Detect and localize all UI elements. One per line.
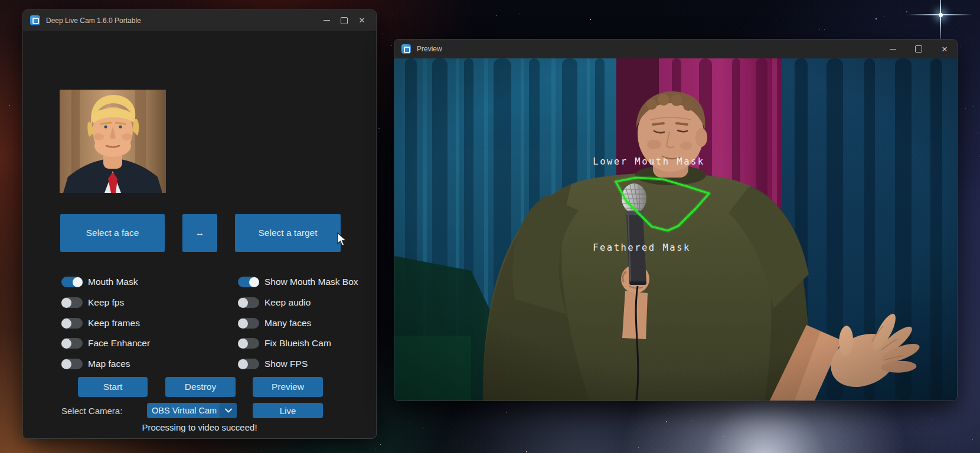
show-fps-toggle[interactable] <box>238 359 259 369</box>
minimize-icon <box>890 49 896 50</box>
preview-titlebar[interactable]: Preview ✕ <box>394 40 957 58</box>
preview-window: Preview ✕ <box>394 39 958 401</box>
preview-video-frame: Lower Mouth Mask Feathered Mask <box>394 58 957 401</box>
minimize-button[interactable] <box>318 12 335 29</box>
toggle-label: Show FPS <box>264 359 308 369</box>
minimize-icon <box>324 20 330 21</box>
toggle-row-keep-audio: Keep audio <box>238 296 311 309</box>
destroy-button[interactable]: Destroy <box>165 377 236 397</box>
maximize-icon <box>341 17 348 24</box>
camera-select-dropdown[interactable]: OBS Virtual Cam <box>147 403 237 418</box>
toggle-label: Show Mouth Mask Box <box>264 277 358 287</box>
close-icon: ✕ <box>359 16 365 25</box>
swap-faces-button[interactable]: ↔ <box>182 214 217 252</box>
select-face-button[interactable]: Select a face <box>60 214 165 252</box>
toggle-row-face-enhancer: Face Enhancer <box>61 337 150 350</box>
toggle-row-keep-frames: Keep frames <box>61 317 140 330</box>
select-target-button[interactable]: Select a target <box>235 214 341 252</box>
keep-audio-toggle[interactable] <box>238 297 259 308</box>
toggle-label: Face Enhancer <box>88 338 150 349</box>
start-button[interactable]: Start <box>78 377 148 397</box>
select-camera-label: Select Camera: <box>61 406 122 416</box>
keep-fps-toggle[interactable] <box>61 297 83 308</box>
toggle-label: Keep audio <box>264 297 311 308</box>
minimize-button[interactable] <box>884 41 901 57</box>
toggle-row-keep-fps: Keep fps <box>61 296 124 309</box>
toggle-row-show-mouth-mask-box: Show Mouth Mask Box <box>238 275 358 288</box>
maximize-button[interactable] <box>335 12 353 29</box>
toggle-row-fix-blueish-cam: Fix Blueish Cam <box>238 337 331 350</box>
face-enhancer-toggle[interactable] <box>61 338 83 349</box>
preview-window-title: Preview <box>417 45 442 53</box>
swap-arrow-icon: ↔ <box>195 228 205 238</box>
toggle-label: Keep frames <box>88 318 140 329</box>
app-logo-icon <box>401 44 411 54</box>
maximize-icon <box>915 45 922 52</box>
status-message: Processing to video succeed! <box>23 422 376 432</box>
toggle-row-mouth-mask: Mouth Mask <box>61 275 138 288</box>
deep-live-cam-window: Deep Live Cam 1.6.0 Portable ✕ <box>22 9 377 439</box>
toggle-row-show-fps: Show FPS <box>238 357 308 370</box>
preview-button[interactable]: Preview <box>253 377 323 397</box>
main-window-title: Deep Live Cam 1.6.0 Portable <box>46 17 141 25</box>
many-faces-toggle[interactable] <box>238 318 259 329</box>
camera-selected-value: OBS Virtual Cam <box>147 406 220 415</box>
toggle-label: Map faces <box>88 359 130 369</box>
close-button[interactable]: ✕ <box>936 41 953 57</box>
keep-frames-toggle[interactable] <box>61 318 83 329</box>
toggle-label: Many faces <box>264 318 311 329</box>
toggle-label: Keep fps <box>88 297 124 308</box>
chevron-down-icon[interactable] <box>220 403 237 418</box>
fix-blueish-cam-toggle[interactable] <box>238 338 259 349</box>
main-titlebar[interactable]: Deep Live Cam 1.6.0 Portable ✕ <box>23 10 376 31</box>
toggle-row-map-faces: Map faces <box>61 357 130 370</box>
toggle-label: Fix Blueish Cam <box>264 338 331 349</box>
toggle-label: Mouth Mask <box>88 277 138 287</box>
mouse-cursor <box>337 232 348 247</box>
source-face-image <box>60 90 166 193</box>
close-button[interactable]: ✕ <box>353 12 371 29</box>
maximize-button[interactable] <box>910 41 927 57</box>
toggle-row-many-faces: Many faces <box>238 317 311 330</box>
map-faces-toggle[interactable] <box>61 359 83 369</box>
close-icon: ✕ <box>942 45 948 54</box>
show-mouth-mask-box-toggle[interactable] <box>238 277 259 287</box>
mouth-mask-toggle[interactable] <box>61 277 83 287</box>
live-button[interactable]: Live <box>253 403 323 418</box>
app-logo-icon <box>30 15 40 25</box>
